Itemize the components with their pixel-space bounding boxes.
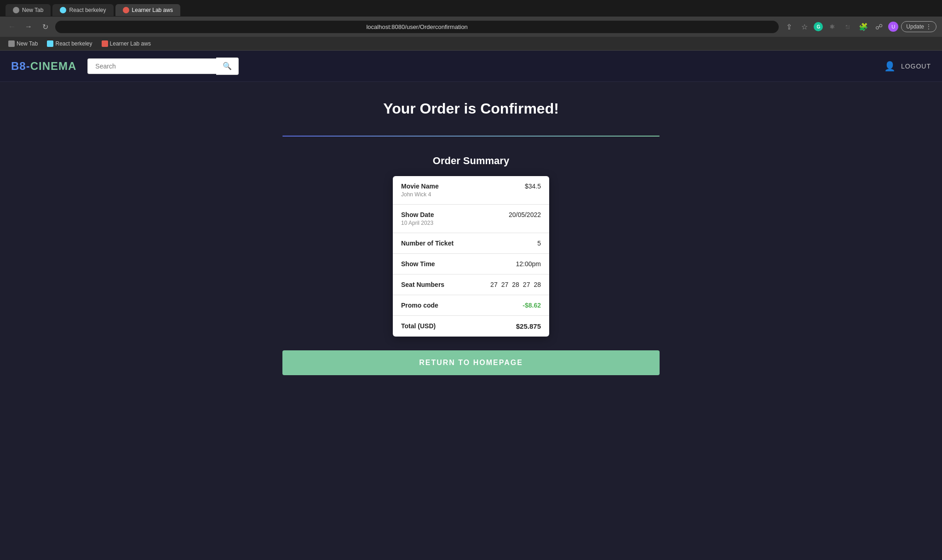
seat-number: 28 [534,281,541,288]
promo-value: -$8.62 [523,302,541,309]
search-input[interactable] [87,58,216,74]
confirmation-title: Your Order is Confirmed! [383,100,559,117]
react-berkeley-tab[interactable]: React berkeley [52,4,113,16]
search-button[interactable]: 🔍 [216,57,239,75]
reload-button[interactable]: ↻ [39,20,52,33]
browser-toolbar: ← → ↻ ⇪ ☆ G ⚛ ◾ 🧩 ☍ U Update ⋮ [0,17,942,37]
seat-number: 28 [512,281,519,288]
tickets-row: Number of Ticket 5 [393,233,549,254]
seat-number: 27 [501,281,509,288]
new-tab-label: New Tab [22,7,43,13]
show-date-row: Show Date 10 April 2023 20/05/2022 [393,205,549,233]
return-to-homepage-button[interactable]: RETURN TO HOMEPAGE [282,350,660,375]
movie-name-row: Movie Name John Wick 4 $34.5 [393,176,549,205]
split-view-icon[interactable]: ☍ [873,20,885,33]
bookmark-new-tab[interactable]: New Tab [6,40,40,48]
profile-icon[interactable]: U [888,22,898,32]
tickets-label: Number of Ticket [401,240,454,247]
app: B8-CINEMA 🔍 👤 LOGOUT Your Order is Confi… [0,51,942,560]
bookmark-learner-label: Learner Lab aws [110,40,151,47]
show-time-value: 12:00pm [516,260,541,268]
bookmark-new-tab-label: New Tab [17,40,38,47]
grammarly-icon[interactable]: G [814,22,823,31]
seat-numbers-label: Seat Numbers [401,281,444,288]
bookmark-react[interactable]: React berkeley [44,40,95,48]
toolbar-actions: ⇪ ☆ G ⚛ ◾ 🧩 ☍ U Update ⋮ [782,20,936,33]
seat-number: 27 [490,281,498,288]
learner-lab-label: Learner Lab aws [132,7,173,13]
bookmarks-bar: New Tab React berkeley Learner Lab aws [0,37,942,51]
address-bar[interactable] [55,21,779,33]
logo: B8-CINEMA [11,60,76,73]
puzzle-icon[interactable]: 🧩 [857,20,870,33]
browser-chrome: New Tab React berkeley Learner Lab aws ←… [0,0,942,51]
total-label: Total (USD) [401,322,436,330]
back-button[interactable]: ← [6,20,18,33]
movie-price: $34.5 [525,183,541,190]
seat-numbers-row: Seat Numbers 2727282728 [393,274,549,295]
total-value: $25.875 [516,322,541,330]
movie-name-label: Movie Name [401,183,439,190]
bookmark-star-icon[interactable]: ☆ [798,20,811,33]
tickets-value: 5 [537,240,541,247]
promo-row: Promo code -$8.62 [393,295,549,316]
movie-name-value: John Wick 4 [401,191,439,198]
new-tab-tab[interactable]: New Tab [6,4,51,16]
divider-line [282,136,660,137]
learner-lab-tab[interactable]: Learner Lab aws [115,4,180,16]
share-icon[interactable]: ⇪ [782,20,795,33]
screenshot-icon[interactable]: ◾ [841,20,854,33]
main-content: Your Order is Confirmed! Order Summary M… [0,82,942,394]
forward-button[interactable]: → [22,20,35,33]
show-date-right: 20/05/2022 [509,211,541,218]
show-time-row: Show Time 12:00pm [393,254,549,274]
bookmark-learner[interactable]: Learner Lab aws [99,40,154,48]
order-card: Movie Name John Wick 4 $34.5 Show Date 1… [393,176,549,337]
bookmark-react-label: React berkeley [55,40,92,47]
browser-tabs: New Tab React berkeley Learner Lab aws [0,0,942,17]
total-row: Total (USD) $25.875 [393,316,549,337]
seat-number: 27 [523,281,530,288]
update-button[interactable]: Update ⋮ [901,21,936,32]
extensions-icon[interactable]: ⚛ [826,20,839,33]
update-label: Update [906,23,924,30]
user-icon: 👤 [884,61,896,72]
logout-button[interactable]: LOGOUT [901,63,931,70]
logo-part2: CINEMA [30,60,77,72]
show-time-label: Show Time [401,260,435,268]
show-date-label: Show Date [401,211,434,218]
promo-label: Promo code [401,302,438,309]
logo-part1: B8- [11,60,30,72]
order-summary-title: Order Summary [433,155,509,167]
navbar: B8-CINEMA 🔍 👤 LOGOUT [0,51,942,82]
seat-numbers-container: 2727282728 [490,281,541,288]
search-container: 🔍 [87,57,239,75]
show-date-value: 10 April 2023 [401,220,434,226]
search-icon: 🔍 [223,62,232,70]
update-chevron: ⋮ [926,23,931,30]
react-berkeley-label: React berkeley [69,7,106,13]
navbar-right: 👤 LOGOUT [884,61,931,72]
